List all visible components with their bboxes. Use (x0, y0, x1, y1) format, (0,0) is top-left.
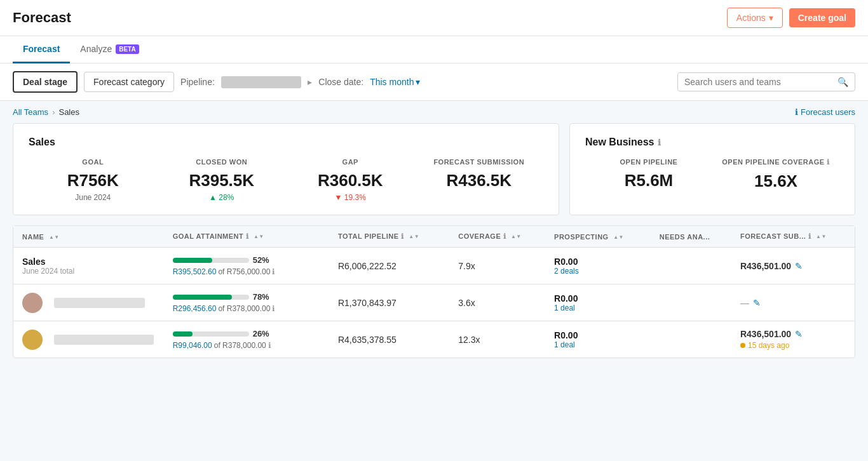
search-box: 🔍 (677, 72, 855, 91)
breadcrumb-current: Sales (58, 107, 79, 117)
forecast-sub-cell-2: R436,501.00✎15 days ago (731, 321, 855, 358)
close-date-value[interactable]: This month ▾ (370, 77, 420, 87)
goal-amount: R296,456.60 (173, 304, 217, 313)
col-header-name[interactable]: NAME ▲▼ (13, 226, 164, 248)
search-input[interactable] (684, 77, 837, 87)
col-header-needs[interactable]: NEEDS ANA... (651, 226, 731, 248)
prospecting-cell-1: R0.001 deal (545, 284, 651, 321)
beta-badge: BETA (116, 44, 139, 54)
summary-title-sales: Sales (29, 137, 543, 148)
all-teams-link[interactable]: All Teams (13, 107, 48, 117)
summary-right: New Business ℹ OPEN PIPELINE R5.6M OPEN … (569, 123, 855, 215)
sort-icon-name: ▲▼ (49, 235, 60, 240)
goal-info-icon: ℹ (272, 267, 275, 276)
needs-cell-1 (651, 284, 731, 321)
table-row: SalesJune 2024 total52%R395,502.60 of R7… (13, 248, 855, 284)
forecast-info-icon: ℹ (808, 232, 811, 240)
col-header-forecast[interactable]: FORECAST SUB... ℹ ▲▼ (731, 226, 855, 248)
forecast-category-button[interactable]: Forecast category (84, 72, 174, 92)
pipeline-arrow-icon: ▸ (308, 77, 312, 87)
tab-forecast[interactable]: Forecast (13, 36, 70, 63)
new-business-info-icon: ℹ (658, 138, 661, 147)
row-name: Sales (22, 257, 155, 267)
close-date-label: Close date: (318, 77, 363, 87)
stat-open-pipeline-coverage: OPEN PIPELINE COVERAGE ℹ 15.6X (712, 158, 839, 194)
sort-icon-goal: ▲▼ (254, 234, 264, 239)
col-header-pipeline[interactable]: TOTAL PIPELINE ℹ ▲▼ (329, 226, 449, 248)
forecast-value: R436,501.00 (740, 329, 791, 339)
stat-open-pipeline: OPEN PIPELINE R5.6M (585, 158, 712, 194)
stat-gap: GAP R360.5K ▼ 19.3% (286, 158, 415, 202)
sort-icon-coverage: ▲▼ (511, 234, 522, 239)
pipeline-cell-1: R1,370,843.97 (329, 284, 449, 321)
avatar (22, 330, 43, 350)
goal-amount: R395,502.60 (173, 267, 217, 276)
coverage-info-icon2: ℹ (503, 232, 506, 240)
forecast-value: R436,501.00 (740, 261, 791, 271)
name-cell-2: ██████ ███ ██████ (13, 321, 164, 358)
stat-forecast-submission: FORECAST SUBMISSION R436.5K (415, 158, 544, 202)
breadcrumb-bar: All Teams › Sales ℹ Forecast users (0, 101, 868, 123)
sort-icon-prospecting: ▲▼ (613, 235, 624, 240)
coverage-cell-2: 12.3x (449, 321, 545, 358)
search-icon: 🔍 (837, 77, 848, 87)
avatar (22, 293, 43, 313)
pipeline-value[interactable]: ████████████ (221, 76, 302, 88)
summary-section: Sales GOAL R756K June 2024 CLOSED WON R3… (13, 123, 855, 215)
breadcrumb: All Teams › Sales (13, 107, 79, 117)
row-name: ██████ ███ ██████ (54, 335, 154, 345)
chevron-down-icon: ▾ (416, 77, 420, 87)
summary-grid-left: GOAL R756K June 2024 CLOSED WON R395.5K … (29, 158, 543, 202)
summary-left: Sales GOAL R756K June 2024 CLOSED WON R3… (13, 123, 559, 215)
goal-amount: R99,046.00 (173, 341, 212, 350)
name-cell-0: SalesJune 2024 total (13, 248, 164, 284)
forecast-sub-cell-1: —✎ (731, 284, 855, 321)
deal-stage-button[interactable]: Deal stage (13, 71, 78, 93)
breadcrumb-separator: › (52, 107, 55, 117)
top-header: Forecast Actions ▾ Create goal (0, 0, 868, 36)
pipeline-info-icon: ℹ (401, 232, 404, 240)
col-header-goal[interactable]: GOAL ATTAINMENT ℹ ▲▼ (164, 226, 329, 248)
goal-cell-2: 26%R99,046.00 of R378,000.00 ℹ (164, 321, 329, 358)
gap-sub: ▼ 19.3% (286, 193, 415, 202)
actions-button[interactable]: Actions ▾ (727, 8, 783, 28)
sort-icon-forecast: ▲▼ (816, 234, 827, 239)
forecast-value: — (740, 298, 749, 308)
stat-closed-won: CLOSED WON R395.5K ▲ 28% (158, 158, 287, 202)
tab-analyze[interactable]: Analyze BETA (70, 36, 149, 63)
edit-icon[interactable]: ✎ (795, 329, 803, 339)
needs-cell-2 (651, 321, 731, 358)
goal-info-icon: ℹ (268, 341, 271, 350)
page-title: Forecast (13, 10, 71, 26)
needs-cell-0 (651, 248, 731, 284)
status-dot (740, 343, 745, 348)
forecast-table: NAME ▲▼ GOAL ATTAINMENT ℹ ▲▼ TOTAL PIPEL… (13, 225, 855, 358)
prospecting-cell-0: R0.002 deals (545, 248, 651, 284)
stat-goal: GOAL R756K June 2024 (29, 158, 158, 202)
row-name: ████████ ██████ (54, 298, 145, 308)
edit-icon[interactable]: ✎ (795, 261, 803, 271)
table-header-row: NAME ▲▼ GOAL ATTAINMENT ℹ ▲▼ TOTAL PIPEL… (13, 226, 855, 248)
coverage-cell-1: 3.6x (449, 284, 545, 321)
coverage-info-icon: ℹ (827, 158, 830, 166)
coverage-cell-0: 7.9x (449, 248, 545, 284)
name-cell-1: ████████ ██████ (13, 284, 164, 321)
filter-bar: Deal stage Forecast category Pipeline: █… (0, 63, 868, 101)
forecast-users-link[interactable]: ℹ Forecast users (795, 107, 855, 117)
goal-info-icon: ℹ (272, 304, 275, 313)
edit-icon[interactable]: ✎ (753, 298, 761, 308)
info-icon: ℹ (795, 107, 798, 117)
pipeline-cell-0: R6,006,222.52 (329, 248, 449, 284)
col-header-prospecting[interactable]: PROSPECTING ▲▼ (545, 226, 651, 248)
summary-grid-right: OPEN PIPELINE R5.6M OPEN PIPELINE COVERA… (585, 158, 839, 194)
sort-icon-pipeline: ▲▼ (409, 234, 419, 239)
chevron-down-icon: ▾ (769, 13, 773, 23)
goal-info-icon: ℹ (246, 232, 249, 240)
col-header-coverage[interactable]: COVERAGE ℹ ▲▼ (449, 226, 545, 248)
arrow-down-icon: ▼ (335, 193, 342, 202)
goal-cell-0: 52%R395,502.60 of R756,000.00 ℹ (164, 248, 329, 284)
create-goal-button[interactable]: Create goal (789, 8, 855, 27)
prospecting-cell-2: R0.001 deal (545, 321, 651, 358)
tabs-bar: Forecast Analyze BETA (0, 36, 868, 63)
pipeline-cell-2: R4,635,378.55 (329, 321, 449, 358)
